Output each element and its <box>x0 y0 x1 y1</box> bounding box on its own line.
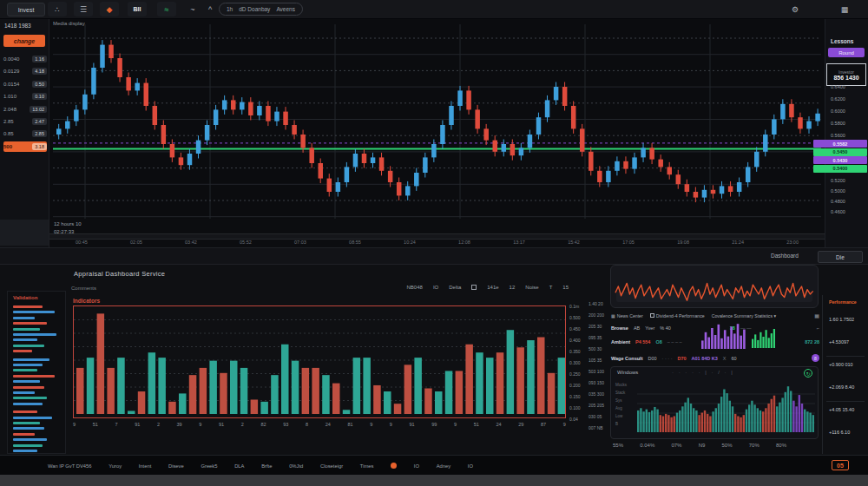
gear-icon[interactable]: ⚙ <box>786 2 805 16</box>
wave-icon[interactable]: ~ <box>183 2 202 16</box>
watchlist-row[interactable]: 0.01540.50 <box>3 79 47 89</box>
invest-button[interactable]: Invest <box>7 3 45 16</box>
status-item[interactable]: Closeteigr <box>320 463 343 469</box>
status-item[interactable]: IO <box>468 463 473 469</box>
top-toolbar: Invest 1h dD Doanbay Aveens ⚙ ▦ ∴☰◆BII≈~… <box>0 0 868 19</box>
windows-label: Windows <box>617 370 638 375</box>
die-button[interactable]: Die <box>818 251 863 263</box>
validation-log-panel[interactable]: Validation <box>7 291 66 454</box>
watchlist-price: 500 <box>3 144 12 149</box>
percent-tick: 50% <box>722 443 733 448</box>
brand-icon[interactable]: 05 <box>832 460 849 470</box>
grid-icon[interactable]: ▦ <box>835 2 854 16</box>
timeframe-value[interactable]: 1h <box>227 6 233 12</box>
log-entry <box>13 317 35 319</box>
volume-toolbar-item[interactable]: 15 <box>562 285 569 290</box>
volume-toolbar-item[interactable]: 141e <box>487 285 498 290</box>
status-item[interactable]: Wan IP GvT DV456 <box>48 463 91 469</box>
flame-icon[interactable]: ◆ <box>100 2 119 16</box>
log-entry <box>13 350 32 352</box>
volume-toolbar-item[interactable]: IO <box>433 285 438 290</box>
wage-row[interactable]: Wage Consult D00 · · · · D70 A01 84D K3 … <box>611 354 819 362</box>
volume-yr-label: 095 35 <box>589 335 611 346</box>
log-entry <box>13 338 37 341</box>
sparkline-card[interactable] <box>610 265 819 308</box>
log-entry <box>13 358 49 361</box>
log-header: Validation <box>13 295 37 300</box>
volume-tick: 9 <box>73 422 76 427</box>
volume-toolbar-item[interactable]: Delta <box>449 285 461 290</box>
watchlist-row[interactable]: 5003.18 <box>3 141 47 152</box>
log-entry <box>13 391 35 394</box>
expand-icon[interactable]: ⌐ <box>817 325 819 331</box>
windows-chart-card[interactable]: Windows · · · · · | · / · | ↻ MocksStack… <box>610 366 819 439</box>
log-entry <box>13 311 55 313</box>
candlestick-chart[interactable]: Media display <box>49 19 825 219</box>
panel-tab[interactable]: Covalence Summary Statistics ▾ <box>712 313 776 319</box>
watchlist-row[interactable]: 2.04813.02 <box>3 104 47 115</box>
log-entry <box>13 438 47 441</box>
session-time: 02:27:33 <box>54 228 123 236</box>
pulse-icon[interactable]: ≈ <box>157 2 176 16</box>
percent-tick: 55% <box>613 443 623 448</box>
round-badge[interactable]: Round <box>828 48 865 57</box>
status-item[interactable]: Times <box>360 463 374 469</box>
volume-tick: 24 <box>326 422 331 427</box>
percent-axis: 55%0.04%07%N950%70%80% <box>613 443 786 448</box>
square-icon[interactable] <box>471 285 477 290</box>
status-item[interactable]: Greek5 <box>201 463 217 469</box>
status-item[interactable]: IO <box>414 463 419 469</box>
watchlist-price: 2.048 <box>3 107 16 112</box>
ambient-label: Ambient <box>611 339 630 345</box>
status-item[interactable]: Yuroy <box>108 463 122 469</box>
chart-scrollbar[interactable] <box>49 233 825 240</box>
status-item[interactable]: Diseve <box>168 463 184 469</box>
watchlist-row[interactable]: 1.0100.10 <box>3 91 47 102</box>
wage-v1: D00 <box>648 356 656 361</box>
volume-toolbar-item[interactable]: NB048 <box>407 285 423 290</box>
panel-tab[interactable]: Dividend-4 Performance <box>650 313 705 319</box>
filter-icon[interactable]: ☰ <box>74 2 93 16</box>
status-item[interactable]: 0%Jtd <box>289 463 303 469</box>
watchlist-row[interactable]: 2.852.47 <box>3 116 47 127</box>
stat-value: +2.069 8.40 <box>829 384 854 390</box>
change-button[interactable]: change <box>3 35 45 47</box>
tab-label: Dividend-4 Performance <box>656 313 705 319</box>
price-axis-panel[interactable]: Lessons Round Investor 856 1430 0.64000.… <box>825 19 868 247</box>
bars-icon[interactable]: BII <box>128 2 147 16</box>
timeframe-menu[interactable]: Aveens <box>276 6 295 12</box>
panel-grid-icon[interactable]: ▦ <box>814 312 819 319</box>
purple-circle-icon[interactable]: 8 <box>812 354 819 362</box>
status-item[interactable]: Intent <box>139 463 152 469</box>
windows-dotline: · · · · · | · / · | <box>672 370 734 375</box>
status-item[interactable]: Brfte <box>261 463 272 469</box>
watchlist-row[interactable]: 0.852.85 <box>3 128 47 139</box>
volume-toolbar-item[interactable]: Noise <box>525 285 538 290</box>
log-entry <box>13 410 37 413</box>
stat-value: 1.60 1.7502 <box>829 317 854 322</box>
timeframe-pill[interactable]: 1h dD Doanbay Aveens <box>219 3 303 16</box>
panel-tab[interactable]: ▦News Center <box>611 313 643 319</box>
volume-toolbar-item[interactable]: 12 <box>510 285 516 290</box>
watchlist-change-badge: 4.18 <box>32 68 47 75</box>
refresh-icon[interactable]: ↻ <box>804 369 812 378</box>
status-item[interactable]: DLA <box>234 463 244 469</box>
scatter-icon[interactable]: ∴ <box>48 2 67 16</box>
chart-title: Media display <box>53 21 85 26</box>
checkbox-icon[interactable] <box>650 313 654 318</box>
watchlist-header-price: 1418 1983 <box>4 23 31 29</box>
green-minibars <box>752 329 776 348</box>
watchlist-row[interactable]: 0.00401.16 <box>3 54 47 64</box>
status-items: Wan IP GvT DV456YuroyIntentDiseveGreek5D… <box>48 456 473 476</box>
log-entry <box>13 450 37 452</box>
status-item[interactable]: Adney <box>437 463 450 469</box>
log-entry <box>13 322 47 325</box>
volume-toolbar-item[interactable]: T <box>549 285 553 290</box>
percent-tick: N9 <box>699 443 706 448</box>
volume-chart[interactable] <box>73 305 566 418</box>
caret-icon[interactable]: ^ <box>201 2 220 16</box>
watchlist-price: 0.0129 <box>3 69 19 74</box>
timeframe-label[interactable]: dD Doanbay <box>239 6 270 12</box>
watchlist-row[interactable]: 0.01294.18 <box>3 66 47 76</box>
stat-separator <box>826 356 865 357</box>
